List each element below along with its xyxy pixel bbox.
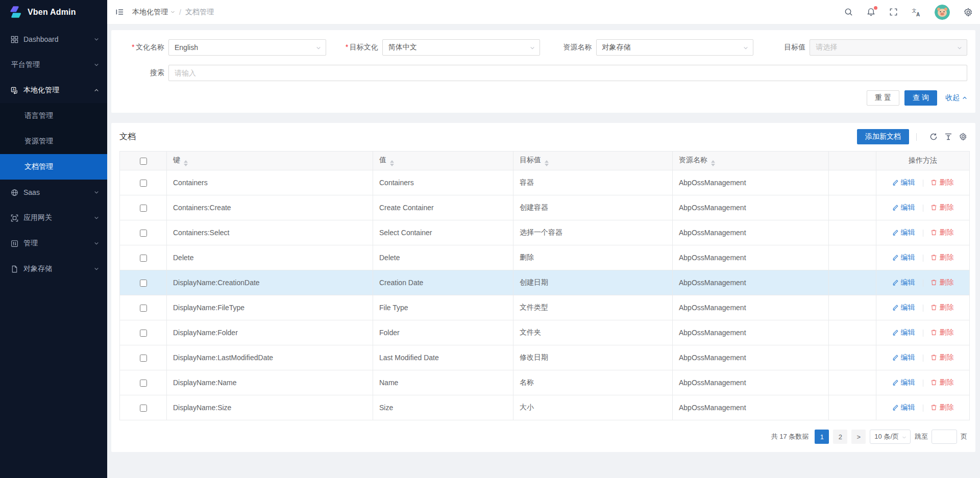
action-divider — [923, 255, 923, 262]
cell-value: Creation Date — [373, 270, 513, 295]
delete-button[interactable]: 删除 — [930, 303, 953, 312]
trash-icon — [930, 254, 937, 261]
delete-button[interactable]: 删除 — [930, 178, 953, 187]
row-checkbox[interactable] — [140, 180, 147, 187]
table-toolbar: 添加新文档 — [857, 129, 967, 144]
collapse-filter-link[interactable]: 收起 — [945, 93, 967, 103]
next-page-button[interactable]: > — [851, 430, 866, 444]
sort-icon — [390, 160, 394, 166]
culture-name-select[interactable]: English — [168, 39, 326, 56]
column-header-value[interactable]: 值 — [373, 152, 513, 170]
page-button-2[interactable]: 2 — [833, 430, 847, 444]
column-header-key[interactable]: 键 — [167, 152, 373, 170]
row-checkbox[interactable] — [140, 305, 147, 312]
delete-button[interactable]: 删除 — [930, 203, 953, 212]
jump-label: 跳至 — [915, 432, 928, 441]
sort-icon — [711, 160, 715, 166]
cell-empty — [829, 195, 876, 220]
edit-button[interactable]: 编辑 — [892, 253, 915, 262]
page-button-1[interactable]: 1 — [815, 430, 829, 444]
edit-button[interactable]: 编辑 — [892, 378, 915, 387]
row-checkbox[interactable] — [140, 255, 147, 262]
cell-resource: AbpOssManagement — [673, 395, 829, 420]
reset-button[interactable]: 重 置 — [867, 90, 899, 106]
edit-button[interactable]: 编辑 — [892, 203, 915, 212]
saas-icon — [10, 188, 18, 196]
row-height-icon[interactable] — [944, 133, 952, 141]
edit-button[interactable]: 编辑 — [892, 328, 915, 337]
sidebar-item-object-storage[interactable]: 对象存储 — [0, 256, 107, 282]
sidebar-item-platform[interactable]: 平台管理 — [0, 52, 107, 78]
edit-button[interactable]: 编辑 — [892, 278, 915, 287]
breadcrumb-parent[interactable]: 本地化管理 — [132, 8, 175, 17]
sidebar-item-gateway[interactable]: 应用网关 — [0, 205, 107, 231]
cell-resource: AbpOssManagement — [673, 295, 829, 320]
delete-button[interactable]: 删除 — [930, 328, 953, 337]
edit-button[interactable]: 编辑 — [892, 178, 915, 187]
delete-button[interactable]: 删除 — [930, 378, 953, 387]
row-checkbox[interactable] — [140, 330, 147, 337]
cell-resource: AbpOssManagement — [673, 245, 829, 270]
table-settings-icon[interactable] — [959, 133, 967, 141]
delete-button[interactable]: 删除 — [930, 353, 953, 362]
sidebar-item-language-mgmt[interactable]: 语言管理 — [0, 103, 107, 129]
row-checkbox[interactable] — [140, 355, 147, 362]
search-icon[interactable] — [844, 8, 853, 16]
edit-button[interactable]: 编辑 — [892, 228, 915, 237]
avatar[interactable] — [935, 5, 950, 20]
target-value-select[interactable]: 请选择 — [810, 39, 967, 56]
action-divider — [923, 405, 923, 412]
column-header-resource[interactable]: 资源名称 — [673, 152, 829, 170]
sidebar-item-localization[interactable]: A 本地化管理 — [0, 78, 107, 103]
trash-icon — [930, 379, 937, 386]
row-checkbox[interactable] — [140, 380, 147, 387]
sidebar-item-dashboard[interactable]: Dashboard — [0, 27, 107, 52]
search-input[interactable] — [168, 65, 967, 81]
resource-name-select[interactable]: 对象存储 — [596, 39, 754, 56]
refresh-icon[interactable] — [929, 133, 938, 141]
cell-value: Containers — [373, 170, 513, 195]
row-checkbox[interactable] — [140, 280, 147, 287]
row-checkbox[interactable] — [140, 405, 147, 412]
target-culture-select[interactable]: 简体中文 — [382, 39, 540, 56]
sidebar-item-management[interactable]: 管理 — [0, 231, 107, 256]
storage-icon — [10, 265, 18, 273]
cell-target: 文件类型 — [513, 295, 673, 320]
sidebar-item-saas[interactable]: Saas — [0, 180, 107, 205]
sidebar-item-resource-mgmt[interactable]: 资源管理 — [0, 129, 107, 154]
chevron-down-icon — [94, 190, 99, 195]
page-size-select[interactable]: 10 条/页 — [870, 430, 911, 444]
column-header-target[interactable]: 目标值 — [513, 152, 673, 170]
fullscreen-icon[interactable] — [889, 8, 898, 16]
delete-button[interactable]: 删除 — [930, 228, 953, 237]
row-checkbox[interactable] — [140, 205, 147, 212]
jump-page-input[interactable] — [932, 430, 957, 444]
edit-button[interactable]: 编辑 — [892, 353, 915, 362]
pencil-icon — [892, 304, 899, 311]
app-logo[interactable]: Vben Admin — [0, 0, 107, 24]
settings-icon[interactable] — [964, 8, 973, 17]
sidebar-item-document-mgmt[interactable]: 文档管理 — [0, 154, 107, 180]
translate-icon[interactable]: 文 A — [912, 8, 921, 17]
chevron-down-icon — [94, 62, 99, 67]
delete-button[interactable]: 删除 — [930, 278, 953, 287]
edit-button[interactable]: 编辑 — [892, 403, 915, 412]
cell-key: Containers:Create — [167, 195, 373, 220]
query-button[interactable]: 查 询 — [904, 90, 937, 106]
cell-value: Name — [373, 370, 513, 395]
delete-button[interactable]: 删除 — [930, 403, 953, 412]
breadcrumb-current: 文档管理 — [185, 8, 214, 17]
notification-badge — [874, 6, 877, 10]
add-document-button[interactable]: 添加新文档 — [857, 129, 909, 144]
field-target-culture: *目标文化 简体中文 — [333, 39, 540, 56]
notification-bell-icon[interactable] — [867, 8, 875, 16]
row-checkbox[interactable] — [140, 230, 147, 237]
pencil-icon — [892, 354, 899, 361]
pagination-total: 共 17 条数据 — [771, 432, 809, 441]
delete-button[interactable]: 删除 — [930, 253, 953, 262]
select-all-checkbox[interactable] — [140, 158, 147, 165]
localization-icon: A — [10, 86, 18, 94]
edit-button[interactable]: 编辑 — [892, 303, 915, 312]
chevron-down-icon — [94, 266, 99, 271]
sidebar-collapse-icon[interactable] — [115, 8, 124, 16]
